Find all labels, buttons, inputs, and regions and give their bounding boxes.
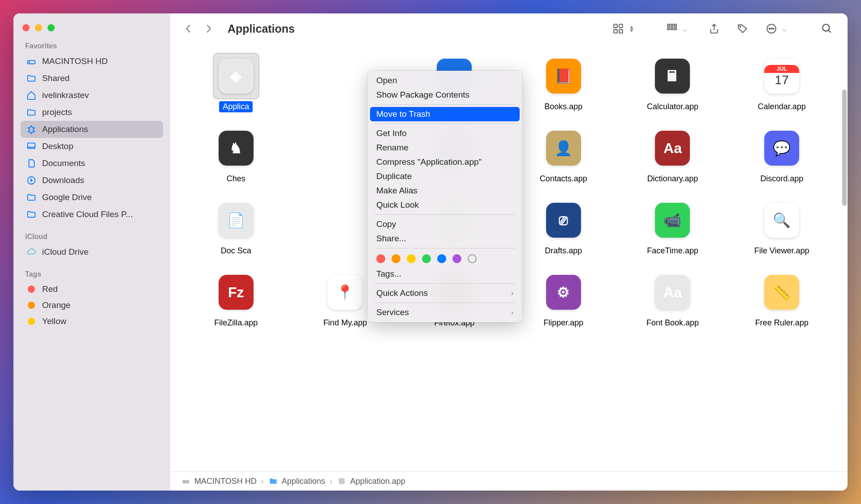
maximize-button[interactable] — [47, 24, 55, 31]
sidebar-favorite-hd[interactable]: MACINTOSH HD — [21, 53, 163, 70]
sidebar-favorite-home[interactable]: ivelinkrastev — [21, 87, 163, 104]
scrollbar[interactable] — [842, 90, 847, 206]
app-icon: 🖩 — [650, 54, 695, 98]
file-item[interactable]: AaDictionary.app — [620, 123, 725, 184]
menu-item-tags[interactable]: Tags... — [370, 267, 520, 281]
svg-rect-9 — [667, 24, 669, 26]
sidebar-favorite-shared[interactable]: Shared — [21, 70, 163, 87]
back-button[interactable] — [182, 22, 194, 35]
minimize-button[interactable] — [35, 24, 42, 31]
file-item[interactable]: 📄Doc Sca — [184, 195, 288, 256]
sidebar-tag-orange[interactable]: Orange — [21, 297, 163, 313]
stepper-icon[interactable]: ▲▼ — [629, 25, 634, 32]
menu-item-get-info[interactable]: Get Info — [370, 126, 520, 141]
home-icon — [26, 90, 37, 101]
sidebar-tag-red[interactable]: Red — [21, 281, 163, 297]
menu-item-label: Show Package Contents — [376, 90, 469, 100]
file-item[interactable]: 📏Free Ruler.app — [729, 267, 834, 329]
menu-item-move-to-trash[interactable]: Move to Trash — [370, 107, 520, 121]
app-icon: JUL17 — [759, 54, 804, 98]
pathbar-item[interactable]: Application.app — [337, 476, 405, 486]
sidebar-favorite-cc[interactable]: Creative Cloud Files P... — [21, 206, 163, 223]
file-item[interactable]: ♞Ches — [184, 123, 288, 184]
menu-tag-dot[interactable] — [392, 254, 400, 263]
sidebar-item-label: Google Drive — [42, 192, 92, 202]
file-label: Drafts.app — [541, 245, 585, 256]
menu-item-compress-application-app[interactable]: Compress "Application.app" — [370, 155, 520, 169]
sidebar-tag-yellow[interactable]: Yellow — [21, 313, 163, 329]
menu-item-quick-look[interactable]: Quick Look — [370, 198, 520, 212]
menu-item-open[interactable]: Open — [370, 73, 520, 88]
menu-divider — [375, 124, 515, 124]
svg-rect-22 — [183, 480, 189, 484]
menu-item-duplicate[interactable]: Duplicate — [370, 169, 520, 184]
sidebar-favorite-desktop[interactable]: Desktop — [21, 138, 163, 155]
svg-rect-10 — [671, 24, 673, 26]
search-button[interactable] — [818, 21, 836, 37]
menu-tag-dot[interactable] — [422, 254, 431, 263]
file-item[interactable]: ⎚Drafts.app — [511, 195, 616, 256]
menu-tag-dot[interactable] — [452, 254, 461, 263]
file-label: Dictionary.app — [644, 173, 702, 184]
file-item[interactable]: AaFont Book.app — [620, 267, 725, 329]
file-label: File Viewer.app — [751, 245, 813, 256]
menu-item-copy[interactable]: Copy — [370, 217, 520, 231]
sidebar-item-label: Documents — [42, 158, 85, 168]
context-menu: OpenShow Package ContentsMove to TrashGe… — [367, 71, 522, 322]
pathbar-item[interactable]: Applications — [268, 476, 325, 486]
app-icon — [337, 476, 347, 486]
sidebar-favorite-gdrive[interactable]: Google Drive — [21, 189, 163, 206]
share-button[interactable] — [705, 21, 723, 37]
menu-tag-dot[interactable] — [407, 254, 416, 263]
svg-rect-23 — [339, 478, 344, 484]
menu-item-share[interactable]: Share... — [370, 231, 520, 246]
group-by-button[interactable] — [663, 21, 681, 37]
sidebar-favorite-apps[interactable]: Applications — [21, 121, 163, 138]
menu-item-rename[interactable]: Rename — [370, 141, 520, 155]
file-item[interactable]: 💬Discord.app — [729, 123, 834, 184]
menu-item-label: Quick Look — [376, 200, 419, 210]
menu-item-show-package-contents[interactable]: Show Package Contents — [370, 88, 520, 102]
more-actions-button[interactable] — [762, 21, 780, 37]
doc-icon — [26, 158, 37, 169]
file-label: Flipper.app — [540, 317, 587, 329]
sidebar-favorite-projects[interactable]: projects — [21, 104, 163, 121]
menu-item-label: Share... — [376, 234, 406, 243]
file-label: Applica — [219, 101, 253, 112]
menu-divider — [375, 303, 515, 303]
file-item[interactable]: ⚙Flipper.app — [511, 267, 616, 329]
sidebar-icloud-icd[interactable]: iCloud Drive — [21, 243, 163, 261]
forward-button[interactable] — [202, 22, 215, 35]
file-label: Discord.app — [757, 173, 807, 184]
chevron-down-icon[interactable]: ⌵ — [683, 25, 688, 33]
svg-point-1 — [29, 62, 30, 63]
close-button[interactable] — [22, 24, 30, 31]
toolbar: Applications ▲▼ ⌵ — [170, 13, 848, 44]
file-item[interactable]: 👤Contacts.app — [511, 123, 616, 184]
menu-item-make-alias[interactable]: Make Alias — [370, 184, 520, 198]
path-separator: › — [330, 477, 332, 486]
sidebar-favorite-documents[interactable]: Documents — [21, 155, 163, 172]
file-item[interactable]: 📕Books.app — [511, 51, 616, 112]
file-item[interactable]: 📹FaceTime.app — [620, 195, 725, 256]
file-item[interactable]: 🔍File Viewer.app — [729, 195, 834, 256]
menu-tag-dot[interactable] — [437, 254, 446, 263]
menu-item-quick-actions[interactable]: Quick Actions› — [370, 286, 520, 300]
chevron-down-icon[interactable]: ⌵ — [782, 25, 788, 33]
menu-tag-dot[interactable] — [376, 254, 385, 263]
sidebar-favorite-downloads[interactable]: Downloads — [21, 172, 163, 189]
tags-button[interactable] — [734, 21, 752, 37]
file-item[interactable]: ◈Applica — [184, 51, 288, 112]
file-label: Contacts.app — [536, 173, 591, 184]
file-item[interactable]: JUL17Calendar.app — [729, 51, 834, 112]
app-icon: 👤 — [541, 126, 586, 171]
menu-item-services[interactable]: Services› — [370, 305, 520, 320]
menu-item-label: Tags... — [376, 269, 401, 279]
menu-tag-none[interactable] — [468, 254, 477, 263]
pathbar-item[interactable]: MACINTOSH HD — [181, 476, 257, 486]
view-icon-grid-button[interactable] — [609, 21, 627, 37]
file-item[interactable]: 🖩Calculator.app — [620, 51, 725, 112]
tag-dot-icon — [28, 318, 35, 325]
file-item[interactable]: FzFileZilla.app — [184, 267, 288, 329]
pathbar: MACINTOSH HD›Applications›Application.ap… — [170, 471, 848, 491]
